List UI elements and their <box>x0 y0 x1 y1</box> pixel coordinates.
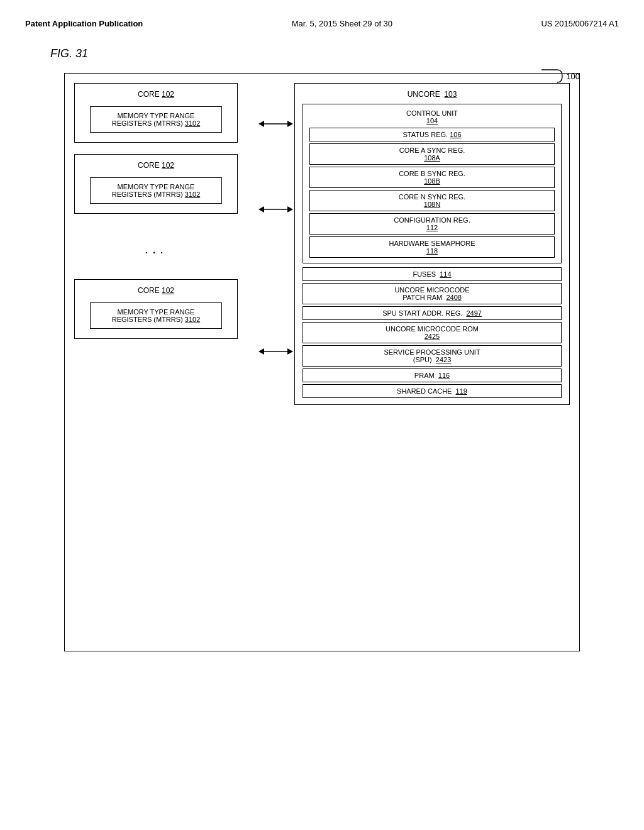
core3-title: CORE 102 <box>82 286 230 295</box>
core-n-sync-reg: CORE N SYNC REG.108N <box>309 190 555 211</box>
core2-ref: 102 <box>162 161 174 170</box>
core3-mtrr-line2: REGISTERS (MTRRS) 3102 <box>94 316 218 323</box>
uncore-title: UNCORE 103 <box>303 90 562 99</box>
status-reg-ref: 106 <box>450 131 461 138</box>
core2-mtrr-box: MEMORY TYPE RANGE REGISTERS (MTRRS) 3102 <box>90 177 222 204</box>
arrow1 <box>258 119 293 131</box>
core-box-1: CORE 102 MEMORY TYPE RANGE REGISTERS (MT… <box>74 83 238 143</box>
uncore-microcode-patch-ram: UNCORE MICROCODEPATCH RAM 2408 <box>303 283 562 304</box>
arrow3 <box>258 347 293 358</box>
core-n-ref: 108N <box>424 201 440 208</box>
svg-marker-7 <box>258 348 264 355</box>
double-arrow-2-icon <box>258 205 293 214</box>
core2-mtrr-line2: REGISTERS (MTRRS) 3102 <box>94 191 218 198</box>
uncore-box: UNCORE 103 CONTROL UNIT104 STATUS REG. 1… <box>294 83 570 405</box>
core-a-ref: 108A <box>424 154 440 162</box>
core3-ref: 102 <box>162 286 174 295</box>
patch-ram-ref: 2408 <box>446 294 461 301</box>
shared-cache-ref: 119 <box>456 387 467 395</box>
figure-label: FIG. 31 <box>50 47 619 60</box>
double-arrow-1-icon <box>258 119 293 128</box>
core2-mtrr-ref: 3102 <box>185 191 200 198</box>
outer-box: CORE 102 MEMORY TYPE RANGE REGISTERS (MT… <box>64 73 580 651</box>
page: Patent Application Publication Mar. 5, 2… <box>0 0 644 830</box>
core2-title: CORE 102 <box>82 161 230 170</box>
ellipsis: ... <box>74 225 238 273</box>
arrow-column <box>257 83 294 405</box>
shared-cache: SHARED CACHE 119 <box>303 384 562 398</box>
core1-mtrr-line2: REGISTERS (MTRRS) 3102 <box>94 119 218 127</box>
hw-semaphore-ref: 118 <box>426 247 438 255</box>
svg-marker-4 <box>258 206 264 213</box>
core-box-3: CORE 102 MEMORY TYPE RANGE REGISTERS (MT… <box>74 279 238 339</box>
core1-mtrr-ref: 3102 <box>185 119 200 127</box>
header-right: US 2015/0067214 A1 <box>541 19 619 28</box>
arrow2 <box>258 205 293 216</box>
core3-mtrr-box: MEMORY TYPE RANGE REGISTERS (MTRRS) 3102 <box>90 302 222 329</box>
cu-title: CONTROL UNIT104 <box>309 109 555 124</box>
header-left: Patent Application Publication <box>25 19 143 28</box>
core-b-ref: 108B <box>424 177 440 185</box>
double-arrow-3-icon <box>258 347 293 356</box>
core3-mtrr-ref: 3102 <box>185 316 200 323</box>
uncore-ref: 103 <box>444 90 457 99</box>
core1-ref: 102 <box>162 90 174 99</box>
page-header: Patent Application Publication Mar. 5, 2… <box>25 19 619 28</box>
left-column: CORE 102 MEMORY TYPE RANGE REGISTERS (MT… <box>74 83 257 405</box>
control-unit-box: CONTROL UNIT104 STATUS REG. 106 CORE A S… <box>303 104 562 263</box>
hw-semaphore: HARDWARE SEMAPHORE118 <box>309 236 555 258</box>
spu-ref: 2423 <box>436 356 451 363</box>
core3-mtrr-line1: MEMORY TYPE RANGE <box>94 308 218 316</box>
core2-mtrr-line1: MEMORY TYPE RANGE <box>94 183 218 191</box>
core-b-sync-reg: CORE B SYNC REG.108B <box>309 167 555 188</box>
config-reg: CONFIGURATION REG.112 <box>309 213 555 235</box>
pram: PRAM 116 <box>303 368 562 382</box>
header-center: Mar. 5, 2015 Sheet 29 of 30 <box>292 19 392 28</box>
spu-start-addr-reg: SPU START ADDR. REG. 2497 <box>303 306 562 320</box>
svg-marker-1 <box>258 121 264 127</box>
svg-marker-3 <box>287 121 293 127</box>
fuses: FUSES 114 <box>303 267 562 281</box>
core1-title: CORE 102 <box>82 90 230 99</box>
spu-addr-ref: 2497 <box>466 309 481 317</box>
core1-mtrr-line1: MEMORY TYPE RANGE <box>94 112 218 119</box>
main-layout: CORE 102 MEMORY TYPE RANGE REGISTERS (MT… <box>74 83 570 405</box>
microcode-rom-ref: 2425 <box>425 333 440 340</box>
core-a-sync-reg: CORE A SYNC REG.108A <box>309 143 555 165</box>
spu: SERVICE PROCESSING UNIT(SPU) 2423 <box>303 345 562 367</box>
core1-mtrr-box: MEMORY TYPE RANGE REGISTERS (MTRRS) 3102 <box>90 106 222 133</box>
core-box-2: CORE 102 MEMORY TYPE RANGE REGISTERS (MT… <box>74 154 238 214</box>
fuses-ref: 114 <box>440 270 451 278</box>
status-reg: STATUS REG. 106 <box>309 128 555 141</box>
config-reg-ref: 112 <box>426 224 438 231</box>
pram-ref: 116 <box>438 372 450 379</box>
svg-marker-6 <box>287 206 293 213</box>
svg-marker-9 <box>287 348 293 355</box>
cu-ref: 104 <box>426 117 438 124</box>
uncore-microcode-rom: UNCORE MICROCODE ROM2425 <box>303 322 562 343</box>
